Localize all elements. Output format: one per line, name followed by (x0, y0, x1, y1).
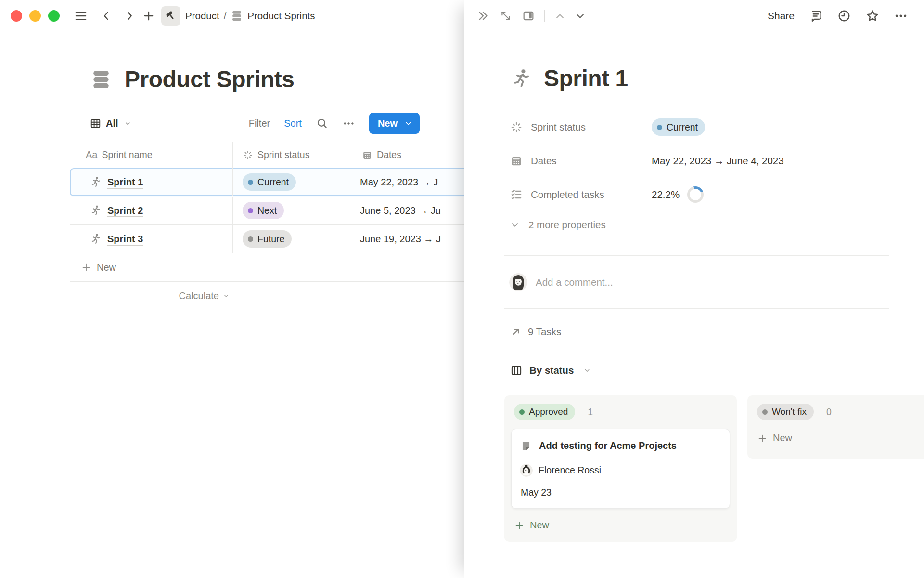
more-properties-button[interactable]: 2 more properties (504, 211, 889, 238)
expand-icon[interactable] (500, 10, 512, 22)
board-view-icon (510, 364, 523, 377)
more-properties-label: 2 more properties (528, 219, 606, 231)
checklist-icon (510, 188, 523, 201)
runner-icon (90, 204, 102, 217)
new-card-label: New (530, 520, 549, 531)
sprint-name[interactable]: Sprint 1 (107, 177, 143, 188)
sidebar-toggle-icon[interactable] (74, 9, 88, 23)
column-label: Sprint name (102, 149, 152, 160)
view-selector-by-status[interactable]: By status (504, 357, 889, 384)
back-icon[interactable] (100, 10, 113, 22)
breadcrumb-separator: / (224, 10, 227, 22)
side-peek-toolbar: Share (464, 0, 924, 32)
property-value[interactable]: 22.2% (652, 186, 704, 203)
forward-icon[interactable] (123, 10, 136, 22)
board-column-approved: Approved 1 Add testing for Acme Projects (504, 395, 737, 542)
board-column-header[interactable]: Won't fix 0 (754, 402, 924, 421)
close-peek-icon[interactable] (476, 9, 490, 23)
divider (504, 308, 889, 309)
card-title[interactable]: Add testing for Acme Projects (539, 439, 677, 452)
page-title: Sprint 1 (544, 66, 628, 92)
chevron-down-icon (510, 220, 520, 230)
assignee-name: Florence Rossi (539, 465, 601, 476)
column-header-sprint-status[interactable]: Sprint status (233, 142, 352, 168)
tasks-link-label: 9 Tasks (528, 326, 561, 338)
property-label[interactable]: Dates (504, 155, 652, 167)
cell-sprint-name[interactable]: Sprint 2 (70, 197, 233, 224)
table-view-icon (90, 118, 102, 130)
comment-input[interactable]: Add a comment... (536, 276, 613, 288)
status-board: Approved 1 Add testing for Acme Projects (504, 395, 889, 542)
status-dot (762, 409, 768, 415)
chevron-down-icon (583, 366, 591, 375)
database-icon[interactable] (90, 68, 112, 91)
task-card[interactable]: Add testing for Acme Projects Florence R… (511, 429, 730, 509)
cell-sprint-status[interactable]: Future (233, 225, 352, 253)
board-column-header[interactable]: Approved 1 (511, 402, 730, 421)
cell-sprint-status[interactable]: Current (233, 168, 352, 196)
status-pill: Approved (514, 404, 575, 420)
property-label[interactable]: Completed tasks (504, 188, 652, 201)
arrow-up-right-icon (510, 326, 522, 338)
teamspace-hammer-icon[interactable] (161, 6, 180, 26)
status-pill: Won't fix (757, 404, 814, 420)
assignee-avatar (520, 464, 533, 477)
database-icon (231, 10, 243, 22)
side-peek-mode-icon[interactable] (522, 9, 535, 23)
new-page-icon[interactable] (142, 9, 155, 23)
comments-icon[interactable] (808, 9, 823, 23)
minimize-window-button[interactable] (29, 10, 41, 22)
next-page-icon[interactable] (574, 10, 587, 23)
column-count: 1 (588, 407, 593, 418)
cell-sprint-name[interactable]: Sprint 1 (70, 168, 233, 196)
zoom-window-button[interactable] (48, 10, 60, 22)
progress-ring (687, 186, 704, 203)
sprint-name[interactable]: Sprint 2 (107, 205, 143, 216)
property-value[interactable]: May 22, 2023 → June 4, 2023 (652, 155, 784, 167)
title-property-icon: Aa (86, 149, 97, 160)
status-dot (248, 208, 253, 213)
view-selector-label: By status (529, 365, 574, 376)
share-button[interactable]: Share (768, 10, 795, 22)
runner-icon[interactable] (510, 67, 532, 90)
calculate-button[interactable]: Calculate (70, 282, 233, 310)
column-label: Sprint status (257, 149, 309, 160)
more-options-icon[interactable] (342, 117, 355, 130)
column-header-sprint-name[interactable]: Aa Sprint name (70, 142, 233, 168)
sort-button[interactable]: Sort (284, 118, 302, 129)
status-pill: Future (243, 230, 292, 248)
comment-row: Add a comment... (504, 256, 889, 308)
previous-page-icon[interactable] (553, 10, 566, 23)
more-options-icon[interactable] (894, 9, 908, 23)
new-button[interactable]: New (369, 113, 420, 134)
search-icon[interactable] (316, 117, 328, 130)
chevron-down-icon (222, 292, 230, 300)
updates-clock-icon[interactable] (837, 9, 851, 23)
cell-sprint-name[interactable]: Sprint 3 (70, 225, 233, 253)
plus-icon (514, 520, 525, 531)
chevron-down-icon (404, 119, 412, 128)
view-tab-all[interactable]: All (90, 118, 132, 130)
chevron-down-icon (124, 119, 132, 128)
filter-button[interactable]: Filter (249, 118, 270, 129)
new-button-label: New (378, 118, 398, 129)
favorite-star-icon[interactable] (865, 9, 880, 23)
property-value[interactable]: Current (652, 118, 705, 136)
breadcrumb-page[interactable]: Product Sprints (247, 10, 315, 22)
board-new-card-button[interactable]: New (754, 428, 924, 448)
column-count: 0 (826, 407, 832, 418)
plus-icon (81, 262, 91, 273)
sprint-name[interactable]: Sprint 3 (107, 234, 143, 245)
status-dot (519, 409, 525, 415)
tasks-backlink[interactable]: 9 Tasks (504, 318, 889, 345)
cell-sprint-status[interactable]: Next (233, 197, 352, 224)
breadcrumb-teamspace[interactable]: Product (185, 10, 219, 22)
board-new-card-button[interactable]: New (511, 515, 730, 535)
close-window-button[interactable] (11, 10, 22, 22)
status-pill: Current (243, 173, 296, 191)
card-assignee: Florence Rossi (520, 464, 721, 477)
side-peek-panel: Share Sprint 1 (464, 0, 924, 578)
calendar-icon (510, 155, 523, 167)
column-label: Dates (377, 149, 401, 160)
property-label[interactable]: Sprint status (504, 121, 652, 133)
